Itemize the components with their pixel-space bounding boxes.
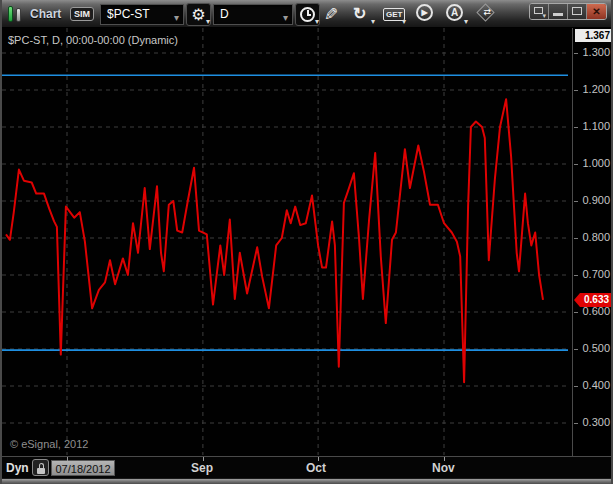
maximize-icon xyxy=(572,7,582,15)
draw-pencil-icon[interactable]: ✎ xyxy=(324,4,338,25)
y-tick-label: 0.400 xyxy=(582,379,610,391)
y-tick-mark xyxy=(574,164,578,165)
reload-icon[interactable]: ↻ xyxy=(353,4,366,23)
time-template-button[interactable]: ▾ xyxy=(295,3,320,26)
time-axis-bar[interactable]: Dyn 07/18/2012 SepOctNov xyxy=(2,456,611,478)
y-tick-label: 0.600 xyxy=(582,305,610,317)
y-tick-label: 1.000 xyxy=(582,157,610,169)
start-date-box[interactable]: 07/18/2012 xyxy=(51,460,115,476)
y-tick-mark xyxy=(574,127,578,128)
y-tick-label: 0.800 xyxy=(582,231,610,243)
y-tick-label: 1.100 xyxy=(582,120,610,132)
y-tick-mark xyxy=(574,238,578,239)
y-tick-label: 0.500 xyxy=(582,342,610,354)
y-tick-mark xyxy=(574,349,578,350)
lock-button[interactable] xyxy=(32,459,49,476)
y-tick-label: 1.200 xyxy=(582,83,610,95)
settings-button[interactable]: ⚙▾ xyxy=(186,3,211,26)
month-label: Sep xyxy=(191,461,213,475)
link-symbol-icon[interactable]: ⇄ xyxy=(476,3,494,21)
y-tick-label: 0.900 xyxy=(582,194,610,206)
chevron-down-icon: ▾ xyxy=(315,18,319,26)
clock-icon xyxy=(300,7,315,22)
price-chart-canvas[interactable] xyxy=(2,28,572,456)
chart-window: Chart SIM $PC-ST ▾ ⚙▾ D ▾ ▾ ✎ ↻ ▾ GET ▾ … xyxy=(0,0,613,484)
price-axis[interactable]: 1.367 0.633 1.3001.2001.1001.0000.9000.8… xyxy=(572,28,613,456)
symbol-value: $PC-ST xyxy=(107,7,150,21)
chevron-down-icon[interactable]: ▾ xyxy=(174,8,179,27)
y-tick-mark xyxy=(574,53,578,54)
y-tick-label: 0.700 xyxy=(582,268,610,280)
month-label: Oct xyxy=(306,461,326,475)
maximize-button[interactable] xyxy=(568,4,587,19)
chart-plot-area[interactable]: $PC-ST, D, 00:00-00:00 (Dynamic) © eSign… xyxy=(2,28,572,456)
auto-a-icon[interactable]: A xyxy=(446,4,463,21)
window-title: Chart xyxy=(30,7,61,21)
month-label: Nov xyxy=(432,461,455,475)
chevron-down-icon: ▾ xyxy=(371,17,375,26)
chevron-down-icon: ▾ xyxy=(206,18,210,26)
chart-app-icon xyxy=(8,6,24,22)
y-tick-mark xyxy=(574,423,578,424)
chevron-down-icon: ▾ xyxy=(402,17,406,26)
window-bottom-frame xyxy=(2,478,611,484)
y-tick-mark xyxy=(574,201,578,202)
play-icon[interactable]: ▶ xyxy=(416,4,433,21)
interval-input[interactable]: D ▾ xyxy=(213,4,293,25)
close-button[interactable]: ✕ xyxy=(587,4,606,19)
copyright-label: © eSignal, 2012 xyxy=(10,438,88,450)
popout-button[interactable]: ▾ xyxy=(530,4,549,19)
chevron-down-icon: ▾ xyxy=(464,17,468,26)
x-tick-mark xyxy=(67,457,68,461)
interval-value: D xyxy=(220,7,229,21)
y-tick-mark xyxy=(574,312,578,313)
dynamic-mode-label: Dyn xyxy=(6,461,29,475)
y-tick-mark xyxy=(574,275,578,276)
y-tick-mark xyxy=(574,386,578,387)
series-overlay-label: $PC-ST, D, 00:00-00:00 (Dynamic) xyxy=(8,34,178,46)
y-tick-mark xyxy=(574,90,578,91)
symbol-input[interactable]: $PC-ST ▾ xyxy=(100,4,184,25)
minimize-icon xyxy=(553,13,563,16)
y-tick-label: 0.300 xyxy=(582,416,610,428)
chevron-down-icon[interactable]: ▾ xyxy=(283,8,288,27)
y-tick-label: 1.300 xyxy=(582,46,610,58)
minimize-button[interactable] xyxy=(549,4,568,19)
window-controls: ▾ ✕ xyxy=(529,3,607,20)
price-line xyxy=(6,99,543,382)
title-bar: Chart SIM $PC-ST ▾ ⚙▾ D ▾ ▾ ✎ ↻ ▾ GET ▾ … xyxy=(2,0,611,28)
axis-max-label: 1.367 xyxy=(575,29,612,42)
sim-badge: SIM xyxy=(70,7,94,21)
